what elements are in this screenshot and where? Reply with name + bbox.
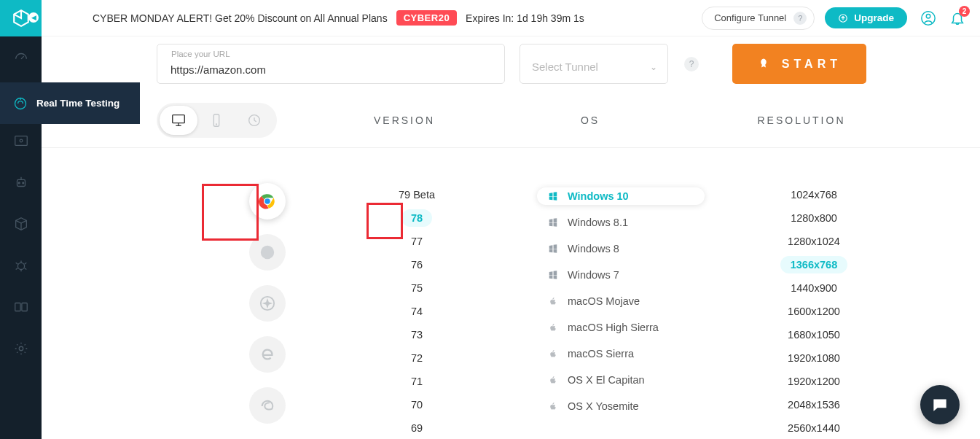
apple-icon	[547, 401, 559, 411]
os-label: Windows 10	[568, 190, 629, 202]
version-item[interactable]: 73	[401, 326, 432, 343]
url-label: Place your URL	[171, 50, 230, 58]
svg-point-20	[261, 246, 274, 259]
resolution-item[interactable]: 1440x900	[780, 279, 847, 297]
sidebar-item-compare[interactable]	[0, 286, 42, 327]
windows-icon	[547, 244, 559, 254]
os-item[interactable]: macOS Sierra	[537, 345, 705, 362]
upgrade-label: Upgrade	[854, 12, 894, 23]
os-item[interactable]: Windows 10	[537, 187, 705, 205]
os-item[interactable]: macOS High Sierra	[537, 319, 705, 336]
version-item[interactable]: 74	[401, 303, 432, 320]
topbar: CYBER MONDAY ALERT! Get 20% Discount on …	[42, 0, 980, 36]
resolution-item[interactable]: 1920x1200	[777, 373, 850, 390]
sidebar-active-label: Real Time Testing	[36, 98, 119, 109]
os-item[interactable]: Windows 8	[537, 240, 705, 257]
version-item[interactable]: 70	[401, 396, 432, 413]
sidebar-collapse-icon[interactable]: ◀	[28, 12, 39, 23]
browser-safari[interactable]	[249, 285, 286, 322]
resolution-item[interactable]: 1280x800	[780, 209, 847, 227]
os-label: OS X El Capitan	[568, 374, 645, 386]
version-item[interactable]: 69	[401, 419, 432, 437]
notification-badge: 2	[959, 6, 970, 17]
os-label: Windows 8	[568, 243, 619, 255]
resolution-item[interactable]: 1280x1024	[777, 233, 850, 250]
headers-row: VERSION OS RESOLUTION	[42, 93, 980, 148]
version-item[interactable]: 77	[401, 233, 432, 250]
brand-logo[interactable]: ◀	[0, 0, 42, 36]
start-button[interactable]: START	[732, 44, 866, 84]
version-item[interactable]: 71	[401, 373, 432, 390]
svg-point-15	[216, 124, 217, 125]
os-label: macOS Sierra	[568, 348, 634, 360]
svg-point-4	[22, 182, 23, 184]
version-item[interactable]: 79 Beta	[390, 186, 444, 203]
os-item[interactable]: OS X El Capitan	[537, 371, 705, 389]
control-row: Place your URL Optional Select Tunnel ⌄ …	[42, 36, 980, 91]
browser-ie[interactable]	[249, 336, 286, 373]
configure-tunnel-button[interactable]: Configure Tunnel ?	[702, 7, 815, 30]
os-label: OS X Yosemite	[568, 400, 639, 412]
os-label: Windows 8.1	[568, 217, 628, 228]
header-version: VERSION	[321, 114, 488, 126]
promo-code: CYBER20	[396, 10, 457, 26]
svg-point-12	[926, 14, 930, 18]
resolution-item[interactable]: 1024x768	[780, 186, 847, 203]
header-resolution: RESOLUTION	[692, 114, 911, 126]
version-item[interactable]: 76	[401, 256, 432, 273]
device-desktop[interactable]	[160, 106, 197, 135]
upgrade-button[interactable]: Upgrade	[825, 7, 907, 28]
version-item[interactable]: 78	[401, 209, 432, 227]
os-item[interactable]: Windows 7	[537, 266, 705, 284]
resolution-item[interactable]: 1680x1050	[777, 326, 850, 343]
os-item[interactable]: Windows 8.1	[537, 214, 705, 231]
sidebar-item-dashboard[interactable]	[0, 36, 42, 78]
tunnel-help-icon[interactable]: ?	[684, 57, 699, 71]
highlight-browser	[202, 184, 259, 241]
browser-edge[interactable]	[249, 387, 286, 424]
version-item[interactable]: 75	[401, 279, 432, 297]
sidebar-item-screenshot[interactable]	[0, 120, 42, 161]
windows-icon	[547, 217, 559, 228]
sidebar-item-package[interactable]	[0, 203, 42, 244]
resolution-column: 1024x7681280x8001280x10241366x7681440x90…	[705, 183, 923, 439]
resolution-item[interactable]: 2048x1536	[777, 396, 850, 413]
version-item[interactable]: 72	[401, 349, 432, 367]
svg-point-8	[19, 346, 23, 351]
svg-rect-0	[15, 136, 27, 145]
os-column: Windows 10Windows 8.1Windows 8Windows 7m…	[501, 183, 705, 439]
help-icon[interactable]: ?	[793, 12, 807, 25]
highlight-version	[366, 203, 403, 239]
sidebar-item-automation[interactable]	[0, 161, 42, 203]
os-item[interactable]: macOS Mojave	[537, 292, 705, 310]
os-label: macOS High Sierra	[568, 322, 659, 333]
device-toggle	[157, 103, 277, 138]
sidebar-item-bug[interactable]	[0, 244, 42, 286]
resolution-item[interactable]: 1920x1080	[777, 349, 850, 367]
svg-rect-6	[15, 303, 20, 311]
header-os: OS	[488, 114, 692, 126]
sidebar-item-realtime[interactable]: Real Time Testing	[0, 82, 140, 124]
chevron-down-icon: ⌄	[650, 62, 657, 72]
version-column: 79 Beta78777675747372717069	[333, 183, 501, 439]
chat-button[interactable]	[920, 385, 960, 424]
resolution-item[interactable]: 1600x1200	[777, 303, 850, 320]
apple-icon	[547, 322, 559, 333]
svg-rect-13	[173, 115, 185, 123]
sidebar-item-settings[interactable]	[0, 327, 42, 369]
selection-grid: 79 Beta78777675747372717069 Windows 10Wi…	[42, 148, 980, 439]
device-mobile[interactable]	[197, 106, 235, 135]
device-history[interactable]	[235, 106, 273, 135]
apple-icon	[547, 375, 559, 385]
tunnel-select[interactable]: Select Tunnel ⌄	[520, 44, 668, 84]
windows-icon	[547, 191, 559, 201]
os-label: macOS Mojave	[568, 295, 640, 307]
resolution-item[interactable]: 2560x1440	[777, 419, 850, 437]
resolution-item[interactable]: 1366x768	[780, 256, 848, 273]
os-item[interactable]: OS X Yosemite	[537, 397, 705, 415]
profile-icon[interactable]	[920, 10, 936, 26]
windows-icon	[547, 270, 559, 280]
sidebar: ◀	[0, 0, 42, 439]
notification-icon[interactable]: 2	[949, 10, 965, 26]
svg-point-5	[17, 263, 24, 269]
